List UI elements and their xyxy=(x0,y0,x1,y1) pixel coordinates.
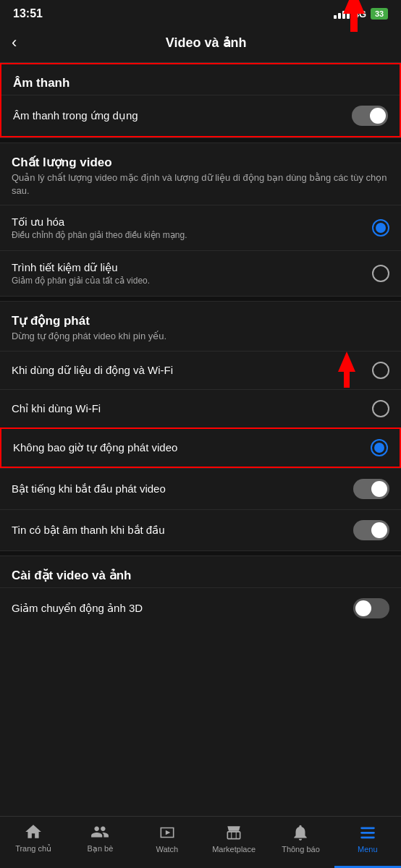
reduce-3d-motion-label: Giảm chuyển động ảnh 3D xyxy=(12,602,143,614)
svg-rect-5 xyxy=(360,831,375,833)
page-title: Video và ảnh xyxy=(22,35,389,51)
mute-on-start-row: Bật tiếng khi bắt đầu phát video xyxy=(0,468,401,509)
divider-2 xyxy=(0,296,401,302)
autoplay-wifi-only-row: Chỉ khi dùng Wi-Fi xyxy=(0,389,401,427)
nav-label-home: Trang chủ xyxy=(15,844,51,854)
nav-item-watch[interactable]: Watch xyxy=(145,823,189,854)
divider-3 xyxy=(0,550,401,556)
data-saver-row: Trình tiết kiệm dữ liệu Giảm độ phân giả… xyxy=(0,250,401,296)
data-saver-radio[interactable] xyxy=(372,265,389,282)
nav-label-watch: Watch xyxy=(156,845,178,854)
watch-icon xyxy=(158,823,177,842)
bell-icon xyxy=(291,823,310,842)
sound-on-start-label: Tin có bật âm thanh khi bắt đầu xyxy=(12,524,165,536)
mute-on-start-label: Bật tiếng khi bắt đầu phát video xyxy=(12,482,166,495)
sound-in-app-row: Âm thanh trong ứng dụng xyxy=(1,95,400,136)
svg-rect-3 xyxy=(227,831,240,838)
optimize-radio[interactable] xyxy=(372,219,389,237)
nav-item-friends[interactable]: Bạn bè xyxy=(78,822,122,854)
autoplay-mobile-wifi-row: Khi dùng dữ liệu di động và Wi-Fi xyxy=(0,351,401,389)
home-icon xyxy=(24,822,43,841)
back-button[interactable]: ‹ xyxy=(12,32,22,54)
nav-item-menu[interactable]: Menu xyxy=(346,823,389,854)
annotation-arrow-top xyxy=(336,0,372,32)
optimize-row: Tối ưu hóa Điều chỉnh độ phân giải theo … xyxy=(0,205,401,250)
divider-1 xyxy=(0,137,401,143)
autoplay-wifi-only-radio[interactable] xyxy=(372,400,389,417)
video-settings-header: Cài đặt video và ảnh xyxy=(0,556,401,587)
autoplay-title: Tự động phát xyxy=(12,313,389,328)
nav-label-marketplace: Marketplace xyxy=(212,845,256,854)
sound-on-start-row: Tin có bật âm thanh khi bắt đầu xyxy=(0,509,401,550)
video-quality-section: Chất lượng video Quản lý chất lượng vide… xyxy=(0,143,401,296)
sound-in-app-label: Âm thanh trong ứng dụng xyxy=(13,109,138,122)
video-quality-title: Chất lượng video xyxy=(12,155,389,170)
svg-marker-1 xyxy=(338,352,355,388)
svg-rect-4 xyxy=(360,827,375,829)
autoplay-row1-container: Khi dùng dữ liệu di động và Wi-Fi xyxy=(0,351,401,389)
nav-label-notifications: Thông báo xyxy=(282,845,320,854)
autoplay-desc: Dừng tự động phát video khi pin yếu. xyxy=(12,330,389,347)
video-quality-desc: Quản lý chất lượng video mặc định và lượ… xyxy=(12,171,389,202)
svg-marker-2 xyxy=(166,830,171,835)
nav-item-marketplace[interactable]: Marketplace xyxy=(212,823,256,854)
autoplay-mobile-wifi-radio[interactable] xyxy=(372,362,389,379)
mute-on-start-toggle[interactable] xyxy=(353,479,389,499)
svg-marker-0 xyxy=(343,0,365,32)
menu-icon xyxy=(358,823,377,842)
data-saver-label: Trình tiết kiệm dữ liệu xyxy=(12,261,372,274)
autoplay-never-label: Không bao giờ tự động phát video xyxy=(13,441,177,454)
battery-icon: 33 xyxy=(371,8,388,20)
autoplay-never-radio[interactable] xyxy=(371,439,388,456)
sound-section: Âm thanh Âm thanh trong ứng dụng xyxy=(0,63,401,137)
main-content: Âm thanh Âm thanh trong ứng dụng Chất lư… xyxy=(0,63,401,686)
data-saver-sublabel: Giảm độ phân giải của tất cả video. xyxy=(12,276,372,286)
annotation-arrow-mid xyxy=(332,352,361,388)
sound-title: Âm thanh xyxy=(13,76,388,90)
header: ‹ Video và ảnh xyxy=(0,25,401,63)
autoplay-header: Tự động phát Dừng tự động phát video khi… xyxy=(0,302,401,350)
video-settings-section: Cài đặt video và ảnh Giảm chuyển động ản… xyxy=(0,556,401,629)
autoplay-wifi-only-label: Chỉ khi dùng Wi-Fi xyxy=(12,402,101,414)
nav-item-home[interactable]: Trang chủ xyxy=(12,822,55,854)
autoplay-mobile-wifi-label: Khi dùng dữ liệu di động và Wi-Fi xyxy=(12,364,173,376)
marketplace-icon xyxy=(224,823,243,842)
autoplay-never-row: Không bao giờ tự động phát video xyxy=(1,429,400,467)
video-settings-title: Cài đặt video và ảnh xyxy=(12,568,389,583)
friends-icon xyxy=(90,822,109,841)
bottom-nav: Trang chủ Bạn bè Watch Marketplace Thông… xyxy=(0,816,401,868)
optimize-label: Tối ưu hóa xyxy=(12,216,372,229)
reduce-3d-motion-row: Giảm chuyển động ảnh 3D xyxy=(0,587,401,629)
sound-section-header: Âm thanh xyxy=(1,64,400,95)
sound-on-start-toggle[interactable] xyxy=(353,520,389,540)
autoplay-section: Tự động phát Dừng tự động phát video khi… xyxy=(0,302,401,550)
sound-in-app-toggle[interactable] xyxy=(352,106,388,126)
nav-label-menu: Menu xyxy=(358,845,378,854)
autoplay-never-highlighted: Không bao giờ tự động phát video xyxy=(0,427,401,468)
video-quality-header: Chất lượng video Quản lý chất lượng vide… xyxy=(0,143,401,205)
reduce-3d-motion-toggle[interactable] xyxy=(353,598,389,618)
nav-label-friends: Bạn bè xyxy=(88,844,114,854)
status-time: 13:51 xyxy=(13,7,43,20)
optimize-sublabel: Điều chỉnh độ phân giải theo điều kiện m… xyxy=(12,230,372,240)
svg-rect-6 xyxy=(360,836,375,838)
nav-item-notifications[interactable]: Thông báo xyxy=(279,823,322,854)
